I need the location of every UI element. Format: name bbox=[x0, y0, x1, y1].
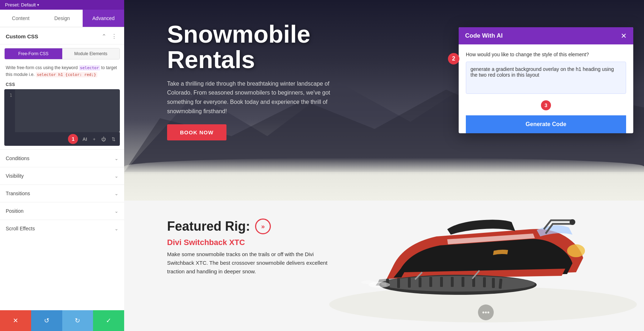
ai-step3-container: 3 bbox=[466, 100, 626, 110]
svg-rect-15 bbox=[483, 277, 486, 287]
hero-cta-button[interactable]: BOOK NOW bbox=[167, 124, 226, 140]
add-button[interactable]: + bbox=[91, 136, 97, 143]
svg-point-22 bbox=[361, 280, 376, 284]
ai-button[interactable]: AI bbox=[81, 136, 88, 143]
css-editor: 1 bbox=[4, 89, 120, 132]
svg-rect-11 bbox=[440, 277, 443, 287]
hero-text: Snowmobile Rentals Take a thrilling ride… bbox=[167, 21, 367, 140]
ai-modal: Code With AI ✕ How would you like to cha… bbox=[459, 27, 633, 133]
svg-rect-12 bbox=[451, 277, 454, 287]
generate-code-button[interactable]: Generate Code bbox=[466, 115, 626, 133]
visibility-header[interactable]: Visibility ⌄ bbox=[0, 167, 124, 184]
position-section: Position ⌄ bbox=[0, 202, 124, 220]
svg-rect-7 bbox=[397, 278, 400, 288]
reorder-button[interactable]: ⇅ bbox=[110, 136, 117, 143]
svg-rect-10 bbox=[429, 277, 432, 287]
visibility-section: Visibility ⌄ bbox=[0, 167, 124, 184]
conditions-arrow: ⌄ bbox=[114, 156, 118, 161]
css-editor-toolbar: 1 AI + ⏻ ⇅ bbox=[4, 132, 120, 146]
power-button[interactable]: ⏻ bbox=[100, 136, 107, 143]
custom-css-title: Custom CSS bbox=[6, 33, 38, 39]
scroll-effects-arrow: ⌄ bbox=[114, 226, 118, 231]
svg-rect-9 bbox=[419, 277, 421, 287]
ai-modal-question: How would you like to change the style o… bbox=[466, 52, 626, 57]
conditions-section: Conditions ⌄ bbox=[0, 149, 124, 167]
ai-modal-textarea[interactable]: generate a gradient background overlay o… bbox=[466, 62, 626, 94]
panel-tabs: Content Design Advanced bbox=[0, 10, 124, 27]
line-numbers: 1 bbox=[4, 89, 15, 132]
css-description: Write free-form css using the keyword se… bbox=[0, 62, 124, 81]
css-editor-wrapper: 1 1 AI + ⏻ ⇅ bbox=[4, 89, 120, 146]
scroll-effects-header[interactable]: Scroll Effects ⌄ bbox=[0, 220, 124, 237]
featured-section: Featured Rig: » Divi Switchback XTC Make… bbox=[124, 201, 644, 331]
visibility-arrow: ⌄ bbox=[114, 173, 118, 179]
snowmobile-area bbox=[322, 150, 644, 330]
hero-description: Take a thrilling ride through the breath… bbox=[167, 79, 353, 116]
sub-tab-module[interactable]: Module Elements bbox=[62, 48, 120, 59]
featured-description: Make some snowmobile tracks on the trail… bbox=[167, 250, 339, 276]
tab-design[interactable]: Design bbox=[42, 10, 83, 27]
transitions-header[interactable]: Transitions ⌄ bbox=[0, 185, 124, 202]
ai-modal-header: Code With AI ✕ bbox=[459, 27, 633, 44]
featured-label-text: Featured Rig: bbox=[167, 219, 250, 234]
step3-badge: 3 bbox=[541, 100, 551, 110]
svg-rect-8 bbox=[408, 278, 411, 288]
conditions-title: Conditions bbox=[6, 155, 29, 161]
scroll-effects-section: Scroll Effects ⌄ bbox=[0, 220, 124, 237]
redo-button[interactable]: ↻ bbox=[62, 310, 93, 331]
css-label: CSS bbox=[0, 81, 124, 89]
css-sub-tabs: Free-Form CSS Module Elements bbox=[4, 48, 120, 59]
step1-badge: 1 bbox=[68, 134, 78, 144]
sub-tab-freeform[interactable]: Free-Form CSS bbox=[5, 48, 62, 59]
more-options-button[interactable]: ⋮ bbox=[110, 32, 118, 40]
css-keyword: selector bbox=[79, 65, 100, 71]
preset-bar[interactable]: Preset: Default ▾ bbox=[0, 0, 124, 10]
svg-point-5 bbox=[381, 276, 535, 292]
section-controls: ⌃ ⋮ bbox=[100, 32, 118, 40]
double-chevron-icon: » bbox=[255, 219, 271, 234]
hero-title: Snowmobile Rentals bbox=[167, 21, 367, 73]
conditions-header[interactable]: Conditions ⌄ bbox=[0, 150, 124, 167]
ai-modal-title: Code With AI bbox=[465, 32, 503, 39]
main-content: Snowmobile Rentals Take a thrilling ride… bbox=[124, 0, 644, 331]
line-1: 1 bbox=[7, 93, 12, 98]
position-header[interactable]: Position ⌄ bbox=[0, 202, 124, 220]
left-panel: Preset: Default ▾ Content Design Advance… bbox=[0, 0, 124, 331]
bottom-toolbar: ✕ ↺ ↻ ✓ bbox=[0, 310, 124, 331]
visibility-title: Visibility bbox=[6, 173, 24, 179]
transitions-title: Transitions bbox=[6, 191, 30, 196]
save-button[interactable]: ✓ bbox=[93, 310, 124, 331]
cancel-button[interactable]: ✕ bbox=[0, 310, 31, 331]
tab-content[interactable]: Content bbox=[0, 10, 42, 27]
custom-css-section-header: Custom CSS ⌃ ⋮ bbox=[0, 27, 124, 44]
position-title: Position bbox=[6, 208, 24, 214]
collapse-button[interactable]: ⌃ bbox=[100, 32, 108, 40]
position-arrow: ⌄ bbox=[114, 208, 118, 214]
svg-rect-13 bbox=[462, 277, 464, 287]
scroll-effects-title: Scroll Effects bbox=[6, 226, 35, 231]
ai-modal-body: How would you like to change the style o… bbox=[459, 44, 633, 133]
panel-body: Custom CSS ⌃ ⋮ Free-Form CSS Module Elem… bbox=[0, 27, 124, 331]
ai-modal-close-button[interactable]: ✕ bbox=[621, 32, 627, 39]
svg-point-3 bbox=[567, 244, 585, 257]
desc-prefix: Write free-form css using the keyword bbox=[6, 65, 78, 70]
preset-label: Preset: Default bbox=[5, 2, 36, 8]
transitions-section: Transitions ⌄ bbox=[0, 184, 124, 202]
code-area[interactable] bbox=[15, 89, 120, 132]
snowmobile-svg bbox=[322, 150, 644, 330]
transitions-arrow: ⌄ bbox=[114, 191, 118, 196]
svg-rect-16 bbox=[492, 278, 495, 288]
preset-chevron: ▾ bbox=[37, 3, 39, 7]
css-example: selector h1 {color: red;} bbox=[36, 72, 97, 77]
svg-point-20 bbox=[570, 219, 575, 225]
undo-button[interactable]: ↺ bbox=[31, 310, 62, 331]
tab-advanced[interactable]: Advanced bbox=[83, 10, 124, 27]
